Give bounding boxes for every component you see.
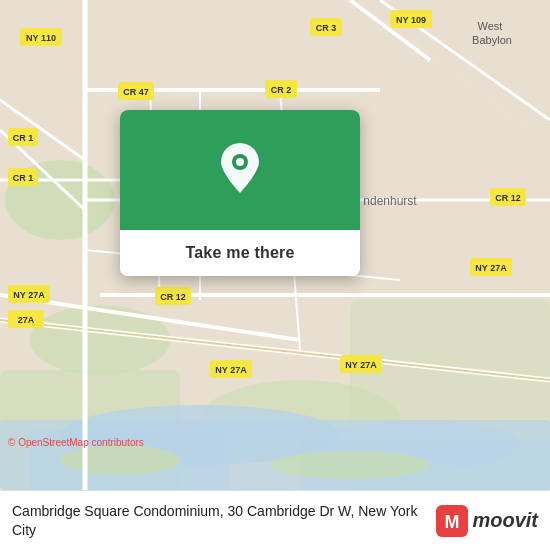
bottom-bar: Cambridge Square Condominium, 30 Cambrid… [0,490,550,550]
attribution-text: © OpenStreetMap contributors [8,437,144,448]
svg-point-11 [60,445,180,475]
svg-text:NY 27A: NY 27A [13,290,45,300]
moovit-logo: M moovit [436,505,538,537]
take-me-there-button[interactable]: Take me there [120,230,360,276]
svg-text:Babylon: Babylon [472,34,512,46]
svg-text:CR 3: CR 3 [316,23,337,33]
svg-text:NY 27A: NY 27A [215,365,247,375]
svg-text:CR 2: CR 2 [271,85,292,95]
svg-text:CR 1: CR 1 [13,173,34,183]
svg-text:M: M [445,512,460,532]
popup-green-header [120,110,360,230]
svg-text:27A: 27A [18,315,35,325]
svg-text:CR 12: CR 12 [495,193,521,203]
svg-text:CR 12: CR 12 [160,292,186,302]
svg-point-63 [236,158,244,166]
svg-text:CR 47: CR 47 [123,87,149,97]
svg-text:NY 27A: NY 27A [345,360,377,370]
svg-text:West: West [478,20,503,32]
svg-text:ndenhurst: ndenhurst [363,194,417,208]
svg-point-12 [270,451,430,479]
moovit-icon: M [436,505,468,537]
location-name: Cambridge Square Condominium, 30 Cambrid… [12,502,426,538]
svg-text:NY 27A: NY 27A [475,263,507,273]
svg-text:CR 1: CR 1 [13,133,34,143]
svg-text:NY 110: NY 110 [26,33,56,43]
popup-card: Take me there [120,110,360,276]
moovit-text: moovit [472,509,538,532]
map-container: NY 110 NY 109 CR 3 CR 47 CR 2 CR 1 CR 1 … [0,0,550,490]
location-pin-icon [216,141,264,199]
svg-text:NY 109: NY 109 [396,15,426,25]
